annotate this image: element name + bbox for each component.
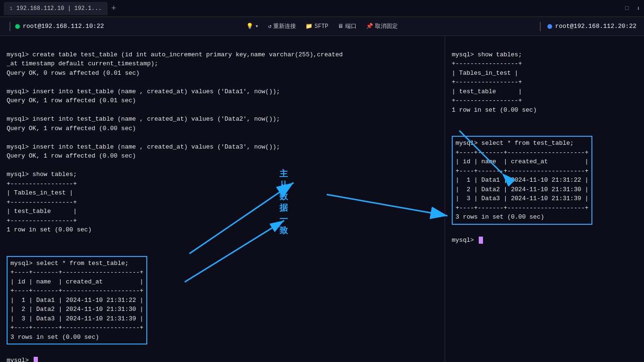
right-show-cmd: mysql> show tables; [452,51,522,58]
separator-right [540,22,541,31]
left-prompt-end: mysql> [7,346,438,362]
left-select-result-box: mysql> select * from test_table; +----+-… [7,256,147,345]
left-terminal-panel[interactable]: mysql> create table test_table (id int a… [0,36,445,362]
left-line-create: mysql> create table test_table (id int a… [7,51,343,68]
left-cursor [34,357,38,362]
tab-icon-group: □ ⬇ [625,5,640,12]
left-line-insert3: mysql> insert into test_table (name , cr… [7,143,280,150]
tab-number: 1 [9,6,13,11]
sftp-button[interactable]: 📁 SFTP [305,23,328,30]
tab-label: 192.168.112.10 | 192.1... [17,5,102,12]
connection-status-dot-right [547,24,552,29]
right-cursor [479,237,483,244]
download-icon[interactable]: ⬇ [636,5,640,12]
left-line-ok2: Query OK, 1 row affected (0.01 sec) [7,97,136,104]
unpin-button[interactable]: 📌 取消固定 [366,22,398,30]
terminal-button[interactable]: 🖥 端口 [338,22,357,30]
host-label-left: root@192.168.112.10:22 [23,23,104,30]
right-terminal-content: mysql> show tables; +-----------------+ … [452,41,637,133]
reconnect-button[interactable]: ↺ 重新连接 [268,22,296,30]
tab-item-1[interactable]: 1 192.168.112.10 | 192.1... [4,2,107,15]
toolbar-right-section: root@192.168.112.20:22 [540,22,636,31]
left-line-insert2: mysql> insert into test_table (name , cr… [7,115,280,123]
hint-button[interactable]: 💡 ▾ [246,23,259,30]
tab-bar: 1 192.168.112.10 | 192.1... + □ ⬇ [0,0,644,17]
left-terminal-content: mysql> create table test_table (id int a… [7,41,438,253]
right-select-result-box: mysql> select * from test_table; +----+-… [452,136,592,225]
terminal-icon: 🖥 [338,23,343,30]
toolbar: root@192.168.112.10:22 💡 ▾ ↺ 重新连接 📁 SFTP… [0,17,644,36]
left-line-show: mysql> show tables; [7,171,77,178]
main-content: mysql> create table test_table (id int a… [0,36,644,362]
hint-dropdown: ▾ [255,23,259,30]
host-label-right: root@192.168.112.20:22 [555,23,636,30]
connection-status-dot-left [15,24,20,29]
left-line-insert1: mysql> insert into test_table (name , cr… [7,88,280,95]
reconnect-icon: ↺ [268,23,271,30]
separator-left [9,22,10,31]
left-show-result: +-----------------+ | Tables_in_test | +… [7,180,91,234]
right-show-result: +-----------------+ | Tables_in_test | +… [452,60,537,114]
right-prompt-end: mysql> [452,227,637,255]
toolbar-actions: 💡 ▾ ↺ 重新连接 📁 SFTP 🖥 端口 📌 取消固定 [246,22,398,30]
right-terminal-panel[interactable]: mysql> show tables; +-----------------+ … [445,36,644,362]
hint-icon: 💡 [246,23,253,30]
left-line-ok3: Query OK, 1 row affected (0.00 sec) [7,125,136,132]
folder-icon: 📁 [305,23,313,30]
tab-add-button[interactable]: + [107,4,120,13]
toolbar-left-section: root@192.168.112.10:22 [8,22,104,31]
pin-icon: 📌 [366,23,373,30]
left-line-ok1: Query OK, 0 rows affected (0.01 sec) [7,70,140,77]
window-icon[interactable]: □ [625,5,629,12]
left-line-ok4: Query OK, 1 row affected (0.00 sec) [7,152,136,159]
